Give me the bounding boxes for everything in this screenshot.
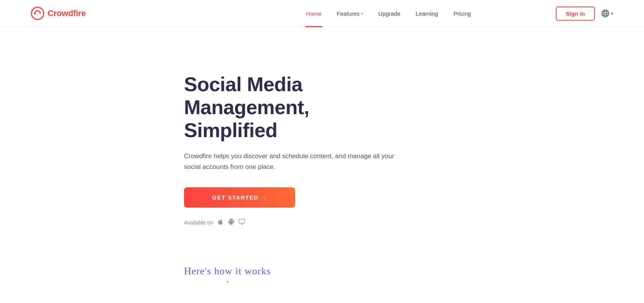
logo[interactable]: Crowdfire (31, 7, 86, 20)
signin-button[interactable]: Sign in (556, 7, 595, 21)
svg-point-1 (34, 13, 36, 15)
language-selector[interactable]: ▾ (601, 9, 613, 18)
available-on: Available on (184, 218, 245, 227)
nav-links: Home Features ▾ Upgrade Learning Pricing (306, 0, 472, 27)
get-started-button[interactable]: GET STARTED → (184, 187, 295, 208)
apple-icon (217, 218, 224, 227)
logo-text: Crowdfire (48, 8, 86, 18)
features-chevron-icon: ▾ (361, 11, 363, 16)
how-it-works: Here's how it works ˅ (184, 265, 271, 288)
how-it-works-label: Here's how it works (184, 265, 271, 277)
hero-subtitle: Crowdfire helps you discover and schedul… (184, 151, 399, 172)
nav-upgrade[interactable]: Upgrade (378, 0, 401, 27)
navbar-right: Sign in ▾ (556, 7, 613, 21)
globe-icon (601, 9, 610, 18)
chevron-down-icon[interactable]: ˅ (226, 280, 229, 288)
nav-learning[interactable]: Learning (415, 0, 439, 27)
nav-home[interactable]: Home (306, 0, 322, 27)
chevron-down-icon: ▾ (611, 11, 613, 16)
hero-title: Social Media Management, Simplified (184, 73, 399, 142)
svg-rect-7 (239, 219, 245, 223)
available-on-label: Available on (184, 219, 213, 226)
desktop-icon (238, 218, 245, 227)
nav-features[interactable]: Features ▾ (336, 0, 364, 27)
nav-pricing[interactable]: Pricing (453, 0, 472, 27)
navbar: Crowdfire Home Features ▾ Upgrade Learni… (0, 0, 644, 27)
android-icon (228, 218, 235, 227)
logo-icon (31, 7, 44, 20)
hero-section: Social Media Management, Simplified Crow… (0, 27, 644, 303)
svg-point-0 (31, 7, 44, 20)
